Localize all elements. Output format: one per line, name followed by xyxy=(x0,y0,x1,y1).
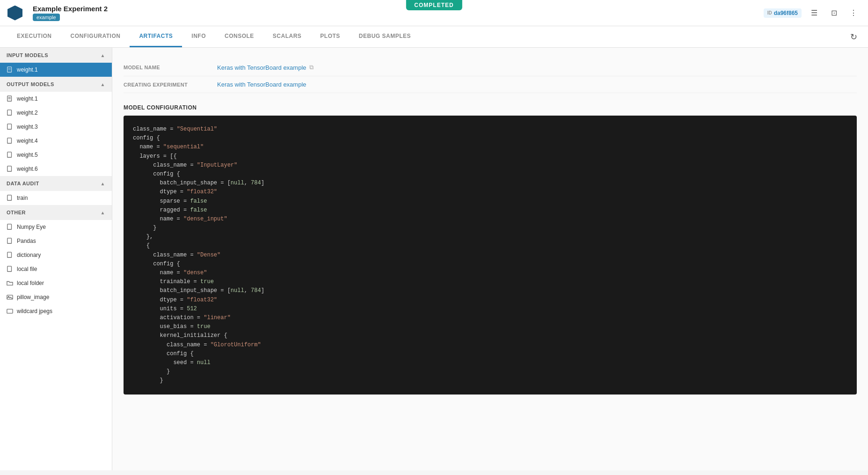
app-branding: Example Experiment 2 example xyxy=(7,5,108,21)
sidebar-item-weight5-output[interactable]: weight.5 xyxy=(0,148,112,162)
sidebar-item-train[interactable]: train xyxy=(0,191,112,205)
status-badge: COMPLETED xyxy=(406,0,462,10)
section-other[interactable]: OTHER ▲ xyxy=(0,205,112,220)
svg-rect-7 xyxy=(7,124,12,129)
file-icon xyxy=(7,195,13,201)
copy-icon[interactable]: ⧉ xyxy=(309,64,314,71)
sidebar-item-label: weight.4 xyxy=(17,138,38,144)
id-label: ID xyxy=(767,10,772,15)
creating-experiment-value[interactable]: Keras with TensorBoard example xyxy=(217,81,306,88)
file-icon xyxy=(7,95,13,102)
sidebar-item-label: local folder xyxy=(17,280,44,286)
sidebar-item-weight1-input[interactable]: weight.1 xyxy=(0,63,112,77)
model-config-code: class_name = "Sequential" config { name … xyxy=(124,116,857,395)
chevron-up-icon: ▲ xyxy=(101,53,105,58)
svg-rect-6 xyxy=(7,110,12,115)
file-icon xyxy=(7,166,13,172)
section-input-models-label: INPUT MODELS xyxy=(7,52,48,58)
expand-button[interactable]: ⊡ xyxy=(827,6,841,20)
section-output-models-label: OUTPUT MODELS xyxy=(7,81,54,87)
creating-experiment-link[interactable]: Keras with TensorBoard example xyxy=(217,81,306,88)
sidebar-item-weight4-output[interactable]: weight.4 xyxy=(0,134,112,148)
notes-button[interactable]: ☰ xyxy=(807,6,821,20)
sidebar-item-label: Pandas xyxy=(17,238,36,244)
main-content: MODEL NAME Keras with TensorBoard exampl… xyxy=(112,48,868,470)
creating-experiment-row: CREATING EXPERIMENT Keras with TensorBoa… xyxy=(124,76,857,93)
sidebar-item-dictionary[interactable]: dictionary xyxy=(0,248,112,262)
sidebar-item-label: pillow_image xyxy=(17,294,49,300)
main-layout: INPUT MODELS ▲ weight.1 OUTPUT MODELS ▲ … xyxy=(0,48,868,470)
file-icon xyxy=(7,152,13,158)
model-name-value[interactable]: Keras with TensorBoard example ⧉ xyxy=(217,64,314,71)
svg-rect-9 xyxy=(7,152,12,157)
top-bar: Example Experiment 2 example COMPLETED I… xyxy=(0,0,868,26)
sidebar-item-weight2-output[interactable]: weight.2 xyxy=(0,106,112,120)
tab-scalars[interactable]: SCALARS xyxy=(263,26,311,47)
file-icon xyxy=(7,66,13,73)
app-logo xyxy=(7,6,22,21)
sidebar-item-local-file[interactable]: local file xyxy=(0,262,112,276)
svg-rect-14 xyxy=(7,252,12,257)
chevron-up-icon: ▲ xyxy=(101,82,105,87)
sidebar-item-weight3-output[interactable]: weight.3 xyxy=(0,120,112,134)
sidebar-item-label: weight.3 xyxy=(17,124,38,130)
file-icon xyxy=(7,110,13,116)
svg-rect-12 xyxy=(7,224,12,229)
sidebar-item-label: wildcard jpegs xyxy=(17,308,52,314)
sidebar-item-pillow-image[interactable]: pillow_image xyxy=(0,290,112,304)
file-icon xyxy=(7,252,13,258)
model-config-title: MODEL CONFIGURATION xyxy=(124,104,857,111)
section-other-label: OTHER xyxy=(7,210,26,215)
file-icon xyxy=(7,138,13,144)
tab-artifacts[interactable]: ARTIFACTS xyxy=(130,26,182,47)
sidebar-item-label: Numpy Eye xyxy=(17,224,46,230)
sidebar: INPUT MODELS ▲ weight.1 OUTPUT MODELS ▲ … xyxy=(0,48,112,470)
more-options-button[interactable]: ⋮ xyxy=(846,6,861,20)
creating-experiment-label: CREATING EXPERIMENT xyxy=(124,82,217,88)
model-name-row: MODEL NAME Keras with TensorBoard exampl… xyxy=(124,59,857,76)
sidebar-item-wildcard-jpegs[interactable]: wildcard jpegs xyxy=(0,304,112,318)
sidebar-item-label: weight.1 xyxy=(17,66,38,73)
model-name-link[interactable]: Keras with TensorBoard example xyxy=(217,64,306,71)
experiment-id: ID da96f865 xyxy=(764,8,802,18)
example-badge: example xyxy=(33,14,60,21)
sidebar-item-label: train xyxy=(17,195,28,201)
nav-tabs: EXECUTION CONFIGURATION ARTIFACTS INFO C… xyxy=(0,26,868,48)
section-data-audit-label: DATA AUDIT xyxy=(7,181,39,186)
svg-rect-8 xyxy=(7,138,12,143)
experiment-title: Example Experiment 2 xyxy=(33,5,108,13)
sidebar-item-numpy-eye[interactable]: Numpy Eye xyxy=(0,220,112,234)
section-input-models[interactable]: INPUT MODELS ▲ xyxy=(0,48,112,63)
tab-execution[interactable]: EXECUTION xyxy=(7,26,61,47)
svg-rect-11 xyxy=(7,195,12,200)
file-icon xyxy=(7,238,13,244)
svg-rect-18 xyxy=(7,309,13,314)
sidebar-item-label: local file xyxy=(17,266,37,272)
tab-info[interactable]: INFO xyxy=(182,26,215,47)
image-icon xyxy=(7,308,13,314)
file-icon xyxy=(7,124,13,130)
sidebar-item-weight1-output[interactable]: weight.1 xyxy=(0,92,112,106)
sidebar-item-label: weight.2 xyxy=(17,110,38,116)
refresh-button[interactable]: ↻ xyxy=(846,30,861,44)
file-icon xyxy=(7,224,13,230)
svg-rect-10 xyxy=(7,166,12,171)
tab-plots[interactable]: PLOTS xyxy=(311,26,350,47)
file-icon xyxy=(7,266,13,272)
model-name-label: MODEL NAME xyxy=(124,65,217,70)
svg-rect-15 xyxy=(7,266,12,271)
chevron-up-icon: ▲ xyxy=(101,210,105,215)
section-data-audit[interactable]: DATA AUDIT ▲ xyxy=(0,176,112,191)
folder-icon xyxy=(7,280,13,286)
sidebar-item-local-folder[interactable]: local folder xyxy=(0,276,112,290)
sidebar-item-pandas[interactable]: Pandas xyxy=(0,234,112,248)
tab-console[interactable]: CONSOLE xyxy=(215,26,263,47)
tab-debug-samples[interactable]: DEBUG SAMPLES xyxy=(350,26,420,47)
image-icon xyxy=(7,294,13,300)
chevron-up-icon: ▲ xyxy=(101,181,105,186)
section-output-models[interactable]: OUTPUT MODELS ▲ xyxy=(0,77,112,92)
sidebar-item-label: weight.6 xyxy=(17,166,38,172)
tab-configuration[interactable]: CONFIGURATION xyxy=(61,26,130,47)
sidebar-item-weight6-output[interactable]: weight.6 xyxy=(0,162,112,176)
sidebar-item-label: dictionary xyxy=(17,252,41,258)
